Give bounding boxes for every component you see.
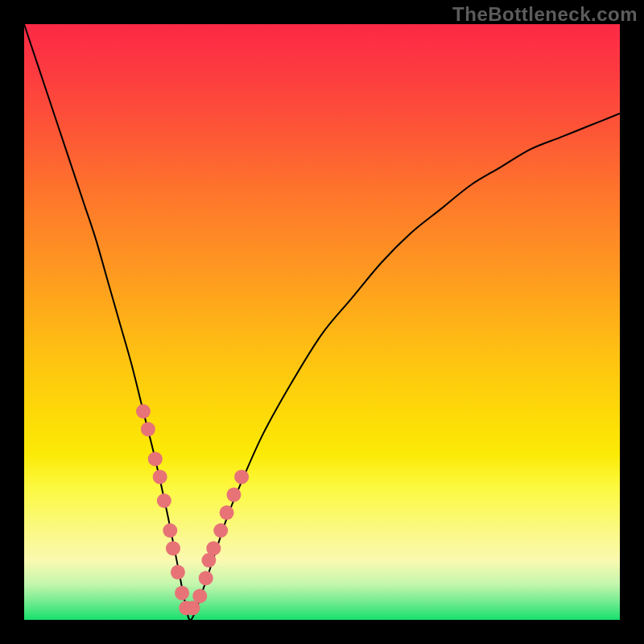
data-point xyxy=(175,586,189,601)
plot-area xyxy=(24,24,620,620)
data-point xyxy=(206,541,221,555)
watermark-text: TheBottleneck.com xyxy=(452,3,638,26)
data-point xyxy=(153,469,167,484)
data-point xyxy=(220,506,234,520)
data-point xyxy=(199,571,213,585)
highlighted-points xyxy=(136,404,249,615)
data-point xyxy=(192,588,207,603)
data-point xyxy=(157,493,171,508)
chart-overlay xyxy=(24,24,620,620)
chart-frame: TheBottleneck.com xyxy=(0,0,644,644)
data-point xyxy=(171,565,185,580)
data-point xyxy=(163,523,177,538)
data-point xyxy=(234,469,249,484)
data-point xyxy=(148,452,163,466)
data-point xyxy=(213,523,228,538)
bottleneck-curve xyxy=(24,24,620,620)
data-point xyxy=(136,404,151,419)
data-point xyxy=(226,488,241,502)
data-point xyxy=(141,422,155,436)
data-point xyxy=(166,541,180,555)
